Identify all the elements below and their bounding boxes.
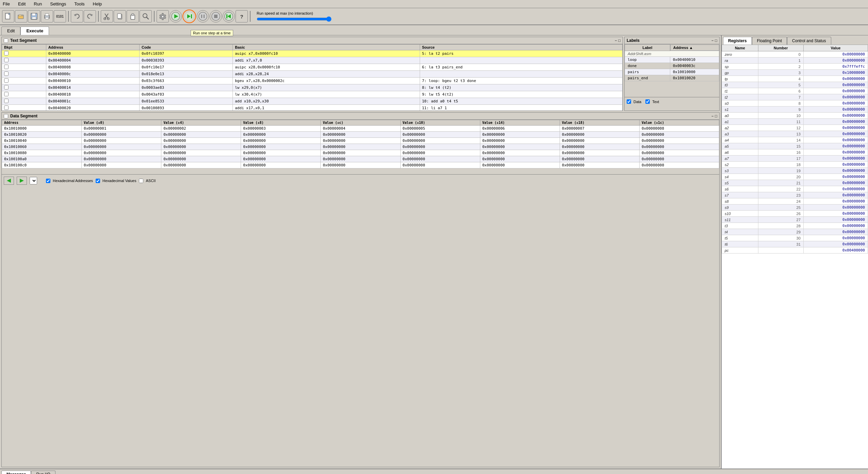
paste-button[interactable]	[127, 10, 139, 22]
text-row-7[interactable]: 0x0040001c 0x01ee8533 add x10,x29,x30 10…	[2, 98, 623, 105]
reg-row-t1: t1 6 0x00000000	[722, 88, 868, 94]
text-checkbox-label[interactable]: Text	[645, 99, 659, 104]
data-row-1[interactable]: 0x100100200x000000000x000000000x00000000…	[2, 132, 719, 138]
tab-execute[interactable]: Execute	[20, 27, 49, 35]
data-segment-scroll[interactable]: AddressValue (+0)Value (+4)Value (+8)Val…	[2, 120, 719, 174]
text-row-4[interactable]: 0x00400010 0x03c3f663 bgeu x7,x28,0x0000…	[2, 78, 623, 84]
stop-button[interactable]	[210, 10, 222, 22]
data-row-3[interactable]: 0x100100600x000000000x000000000x00000000…	[2, 144, 719, 150]
menu-run[interactable]: Run	[32, 1, 43, 7]
text-checkbox[interactable]	[645, 99, 650, 104]
bkpt-checkbox[interactable]	[4, 58, 9, 62]
text-row-1[interactable]: 0x00400004 0x00038393 addi x7,x7,0	[2, 57, 623, 64]
tab-run-io[interactable]: Run I/O	[31, 471, 55, 474]
labels-scroll[interactable]: Label Address ▲ AddrShift.asm loop 0x004…	[625, 44, 719, 97]
text-row-5[interactable]: 0x00400014 0x0003ae83 lw x29,0(x7) 8: lw…	[2, 84, 623, 91]
data-checkbox[interactable]	[627, 99, 631, 104]
data-row-6[interactable]: 0x100100c00x000000000x000000000x00000000…	[2, 162, 719, 168]
open-button[interactable]	[15, 10, 27, 22]
hex-addresses-label[interactable]: Hexadecimal Addresses	[46, 179, 93, 183]
data-segment-minimize[interactable]: −	[711, 114, 713, 118]
bkpt-checkbox[interactable]	[4, 51, 9, 55]
label-row-3[interactable]: pairs_end 0x10010020	[625, 75, 719, 81]
text-row-2[interactable]: 0x00400008 0x0fc10e17 auipc x28,0x0000fc…	[2, 64, 623, 71]
assemble-run-button[interactable]	[170, 10, 182, 22]
tab-floating-point[interactable]: Floating Point	[752, 37, 787, 45]
data-cell-2-1: 0x00000000	[82, 138, 161, 144]
bkpt-checkbox[interactable]	[4, 65, 9, 69]
data-cell-4-2: 0x00000000	[161, 150, 241, 156]
assemble-button[interactable]: 0101	[54, 10, 66, 22]
hex-addresses-checkbox[interactable]	[46, 179, 50, 183]
find-button[interactable]	[140, 10, 152, 22]
text-segment-checkbox[interactable]	[4, 38, 8, 43]
new-button[interactable]	[2, 10, 14, 22]
save-button[interactable]	[28, 10, 40, 22]
nav-prev-button[interactable]	[4, 177, 14, 185]
help-button[interactable]: ?	[236, 10, 248, 22]
print-button[interactable]	[41, 10, 53, 22]
reg-value-s3: 0x00000000	[803, 168, 868, 174]
bkpt-checkbox[interactable]	[4, 78, 9, 83]
label-row-0[interactable]: loop 0x00400010	[625, 56, 719, 63]
text-row-6[interactable]: 0x00400018 0x0043af03 lw x30,4(x7) 9: lw…	[2, 91, 623, 98]
data-segment-title: Data Segment	[10, 114, 37, 118]
menu-file[interactable]: File	[1, 1, 11, 7]
tab-registers[interactable]: Registers	[723, 37, 752, 45]
data-row-2[interactable]: 0x100100400x000000000x000000000x00000000…	[2, 138, 719, 144]
tab-edit[interactable]: Edit	[1, 27, 20, 35]
menu-help[interactable]: Help	[92, 1, 103, 7]
text-row-0[interactable]: 0x00400000 0x0fc10397 auipc x7,0x0000fc1…	[2, 50, 623, 57]
source-cell: 8: lw t4 (t2)	[420, 84, 622, 91]
label-row-2[interactable]: pairs 0x10010000	[625, 69, 719, 75]
data-segment-checkbox[interactable]	[4, 114, 8, 118]
bkpt-checkbox[interactable]	[4, 92, 9, 96]
data-row-5[interactable]: 0x100100a00x000000000x000000000x00000000…	[2, 156, 719, 162]
data-row-0[interactable]: 0x100100000x000000010x000000020x00000003…	[2, 126, 719, 132]
reset-button[interactable]	[223, 10, 235, 22]
tab-control-status[interactable]: Control and Status	[787, 37, 831, 45]
label-row-1[interactable]: done 0x0040003c	[625, 63, 719, 69]
data-row-4[interactable]: 0x100100800x000000000x000000000x00000000…	[2, 150, 719, 156]
source-cell: 5: la t2 pairs	[420, 50, 622, 57]
text-segment-expand[interactable]: □	[618, 38, 621, 43]
label-address: 0x10010000	[670, 69, 719, 75]
cut-button[interactable]	[101, 10, 113, 22]
hex-values-label[interactable]: Hexadecimal Values	[96, 179, 136, 183]
bkpt-checkbox[interactable]	[4, 105, 9, 110]
hex-values-checkbox[interactable]	[96, 179, 100, 183]
ascii-checkbox[interactable]	[139, 179, 143, 183]
pause-button[interactable]	[197, 10, 209, 22]
ascii-label[interactable]: ASCII	[139, 179, 156, 183]
data-cell-4-7: 0x00000000	[560, 150, 639, 156]
bkpt-checkbox[interactable]	[4, 99, 9, 103]
register-table-container[interactable]: Name Number Value zero 0 0x00000000 ra 1…	[722, 45, 868, 469]
tab-messages[interactable]: Messages	[1, 471, 31, 474]
nav-next-button[interactable]	[17, 177, 27, 185]
labels-expand[interactable]: □	[715, 38, 717, 43]
menu-edit[interactable]: Edit	[17, 1, 27, 7]
text-segment-scroll[interactable]: Bkpt Address Code Basic Source 0x0040000…	[2, 44, 623, 111]
data-checkbox-label[interactable]: Data	[627, 99, 641, 104]
redo-button[interactable]	[84, 10, 96, 22]
bkpt-checkbox[interactable]	[4, 71, 9, 76]
text-segment-minimize[interactable]: −	[615, 38, 617, 43]
undo-button[interactable]	[71, 10, 83, 22]
copy-button[interactable]	[114, 10, 126, 22]
data-cell-1-1: 0x00000000	[82, 132, 161, 138]
bkpt-checkbox[interactable]	[4, 85, 9, 89]
reg-number-t5: 30	[758, 235, 803, 241]
text-row-8[interactable]: 0x00400020 0x00100893 addi x17,x0,1 11: …	[2, 105, 623, 111]
text-row-3[interactable]: 0x0040000c 0x018e0e13 addi x28,x28,24	[2, 71, 623, 78]
labels-minimize[interactable]: −	[711, 38, 713, 43]
step-button[interactable]	[182, 10, 196, 23]
reg-row-gp: gp 3 0x10008000	[722, 70, 868, 76]
reg-name-gp: gp	[722, 70, 758, 76]
data-segment-expand[interactable]: □	[715, 114, 717, 118]
menu-settings[interactable]: Settings	[49, 1, 67, 7]
settings-button[interactable]	[157, 10, 169, 22]
col-code: Code	[139, 45, 232, 50]
speed-slider[interactable]	[257, 16, 332, 22]
menu-tools[interactable]: Tools	[73, 1, 86, 7]
data-addr-select[interactable]: 0x10010000 (.data)	[30, 177, 37, 184]
